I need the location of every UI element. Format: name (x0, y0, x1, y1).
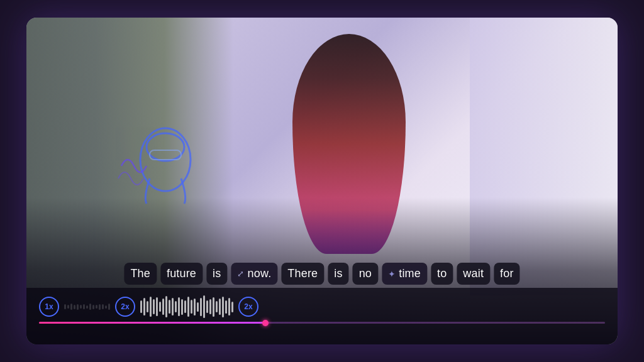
subtitle-word-is2: is (328, 263, 348, 285)
subtitle-word-to: to (431, 263, 453, 285)
speed-badge-2x-first[interactable]: 2x (115, 297, 135, 317)
subtitle-word-no: no (353, 263, 378, 285)
progress-remaining (265, 322, 605, 324)
speed-badge-1x[interactable]: 1x (39, 297, 59, 317)
progress-bar[interactable] (39, 322, 605, 324)
sparkle-icon: ✦ (388, 269, 396, 279)
speed-badge-2x-second[interactable]: 2x (238, 297, 258, 317)
waveform-segment-1 (64, 295, 110, 318)
subtitle-row: The future is ⤢ now. There is no ✦ (124, 263, 519, 285)
video-frame: The future is ⤢ now. There is no ✦ (26, 18, 618, 344)
svg-point-1 (147, 133, 184, 161)
subtitle-word-there: There (281, 263, 324, 285)
progress-indicator (262, 320, 269, 326)
expand-icon: ⤢ (237, 269, 244, 278)
controls-panel: 1x (26, 288, 618, 344)
subtitle-word-time: ✦ time (382, 263, 427, 285)
subtitle-word-wait: wait (457, 263, 490, 285)
subtitle-word-for: for (494, 263, 520, 285)
video-player: The future is ⤢ now. There is no ✦ (26, 18, 618, 344)
waveform-segment-2 (140, 295, 233, 318)
subtitle-word-is: is (206, 263, 227, 285)
subtitle-word-future: future (160, 263, 203, 285)
subtitle-word-now: ⤢ now. (231, 263, 277, 285)
progress-fill (39, 322, 265, 324)
subtitle-word-the: The (124, 263, 157, 285)
waveform-row: 1x (39, 295, 605, 318)
